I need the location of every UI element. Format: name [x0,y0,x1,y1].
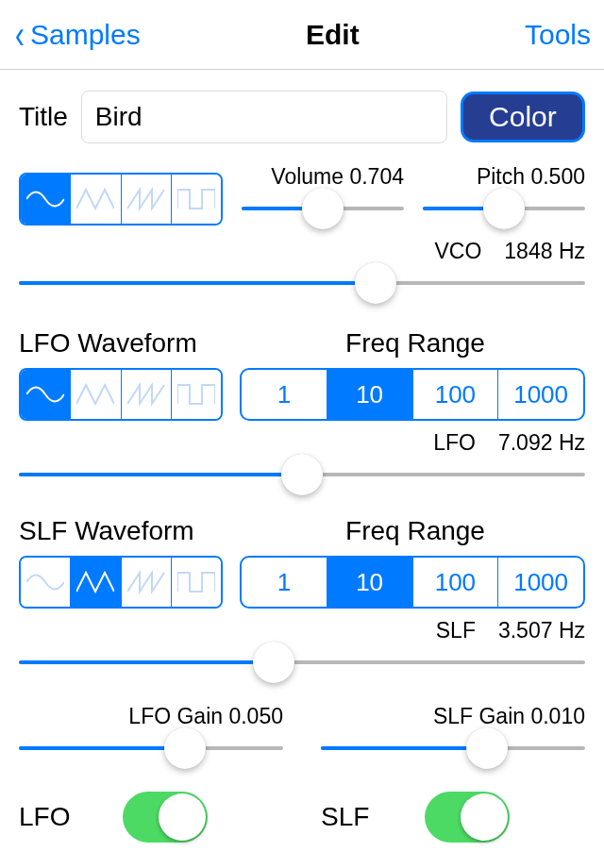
primary-waveform-picker[interactable] [19,173,223,225]
slf-gain-slider[interactable] [321,731,585,765]
title-label: Title [19,102,68,132]
freq-opt[interactable]: 1000 [498,558,583,607]
wave-square-icon[interactable] [172,558,221,607]
volume-label: Volume 0.704 [242,164,404,190]
slf-slider[interactable] [19,645,585,679]
lfo-waveform-heading: LFO Waveform [19,328,245,359]
wave-triangle-icon[interactable] [71,558,121,607]
tools-button[interactable]: Tools [525,19,591,51]
wave-sine-icon[interactable] [21,370,71,419]
lfo-freqrange-picker[interactable]: 1 10 100 1000 [240,368,585,421]
freq-opt[interactable]: 100 [413,558,499,607]
vco-name: VCO [434,239,481,264]
color-button[interactable]: Color [461,92,585,142]
freq-opt[interactable]: 10 [327,558,413,607]
slf-gain-label: SLF Gain 0.010 [321,704,585,729]
lfo-switch[interactable] [123,792,208,843]
wave-square-icon[interactable] [172,175,221,224]
vco-value: 1848 Hz [504,239,585,264]
wave-saw-icon[interactable] [122,558,172,607]
slf-switch-label: SLF [321,802,387,832]
slf-value: 3.507 Hz [498,618,585,643]
freq-opt[interactable]: 10 [327,370,413,419]
pitch-label: Pitch 0.500 [423,164,585,190]
slf-waveform-heading: SLF Waveform [19,516,245,546]
slf-name: SLF [436,618,476,643]
lfo-switch-label: LFO [19,802,85,832]
freq-opt[interactable]: 100 [413,370,499,419]
lfo-waveform-picker[interactable] [19,368,223,421]
pitch-slider[interactable] [423,192,585,225]
nav-bar: ‹ Samples Edit Tools [0,0,604,70]
freq-opt[interactable]: 1 [242,370,327,419]
slf-switch[interactable] [425,792,510,843]
volume-slider[interactable] [242,192,404,225]
slf-freqrange-picker[interactable]: 1 10 100 1000 [240,556,585,609]
lfo-gain-label: LFO Gain 0.050 [19,704,283,729]
wave-sine-icon[interactable] [21,175,71,224]
vco-slider[interactable] [19,266,585,300]
wave-saw-icon[interactable] [122,370,172,419]
wave-square-icon[interactable] [172,370,221,419]
page-title: Edit [306,19,360,51]
title-input[interactable] [81,91,447,143]
lfo-value: 7.092 Hz [498,430,585,456]
back-button[interactable]: ‹ Samples [13,15,141,55]
slf-waveform-picker[interactable] [19,556,223,609]
wave-sine-icon[interactable] [21,558,71,607]
lfo-name: LFO [433,430,476,456]
wave-triangle-icon[interactable] [71,370,121,419]
lfo-gain-slider[interactable] [19,731,283,765]
lfo-slider[interactable] [19,458,585,492]
chevron-left-icon: ‹ [15,15,25,55]
slf-freqrange-heading: Freq Range [245,516,585,546]
freq-opt[interactable]: 1 [242,558,327,607]
back-label: Samples [30,19,141,51]
wave-triangle-icon[interactable] [71,175,121,224]
lfo-freqrange-heading: Freq Range [245,328,585,359]
freq-opt[interactable]: 1000 [498,370,583,419]
wave-saw-icon[interactable] [122,175,172,224]
